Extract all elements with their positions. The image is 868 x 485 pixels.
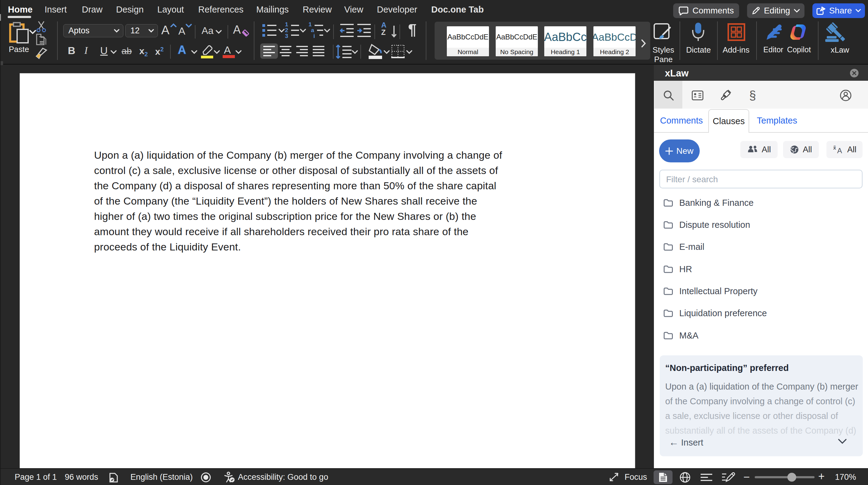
svg-text:x̌: x̌: [833, 145, 836, 151]
svg-text:A: A: [837, 146, 842, 154]
